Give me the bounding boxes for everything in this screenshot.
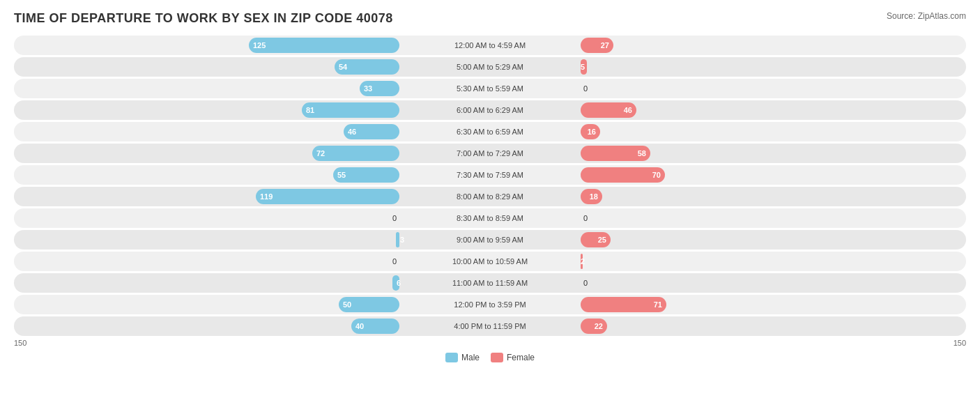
row-label: 4:00 PM to 11:59 PM — [454, 322, 526, 330]
chart-row: 5:00 AM to 5:29 AM545 — [14, 57, 966, 77]
legend-male: Male — [445, 353, 480, 362]
row-label: 9:00 AM to 9:59 AM — [457, 236, 523, 244]
chart-row: 7:00 AM to 7:29 AM7258 — [14, 144, 966, 163]
chart-row: 7:30 AM to 7:59 AM5570 — [14, 165, 966, 185]
female-value: 22 — [595, 322, 607, 330]
row-label: 8:30 AM to 8:59 AM — [457, 214, 523, 222]
row-label: 11:00 AM to 11:59 AM — [452, 279, 528, 287]
female-swatch — [491, 353, 503, 362]
male-value: 119 — [256, 192, 273, 201]
chart-row: 5:30 AM to 5:59 AM330 — [14, 79, 966, 98]
chart-row: 6:30 AM to 6:59 AM4616 — [14, 122, 966, 141]
chart-row: 12:00 PM to 3:59 PM5071 — [14, 295, 966, 314]
chart-row: 8:00 AM to 8:29 AM11918 — [14, 187, 966, 206]
female-value: 5 — [581, 63, 589, 71]
row-label: 7:00 AM to 7:29 AM — [457, 149, 523, 158]
row-label: 8:00 AM to 8:29 AM — [457, 192, 523, 201]
chart-row: 9:00 AM to 9:59 AM325 — [14, 230, 966, 250]
axis-row: 150 150 — [14, 339, 966, 347]
male-value: 33 — [360, 84, 372, 93]
chart-source: Source: ZipAtlas.com — [887, 11, 966, 21]
chart-row: 6:00 AM to 6:29 AM8146 — [14, 100, 966, 120]
chart-title: TIME OF DEPARTURE TO WORK BY SEX IN ZIP … — [14, 11, 393, 26]
male-swatch — [445, 353, 458, 362]
legend-female: Female — [491, 353, 535, 362]
chart-row: 8:30 AM to 8:59 AM00 — [14, 208, 966, 228]
female-value: 58 — [638, 149, 650, 158]
chart-row: 12:00 AM to 4:59 AM12527 — [14, 36, 966, 55]
female-value: 16 — [588, 128, 600, 136]
male-value: 72 — [312, 149, 325, 158]
row-label: 10:00 AM to 10:59 AM — [452, 257, 528, 266]
axis-right: 150 — [954, 339, 966, 347]
female-value: 46 — [624, 106, 636, 114]
axis-left: 150 — [14, 339, 26, 347]
row-label: 5:00 AM to 5:29 AM — [457, 63, 523, 71]
row-label: 12:00 PM to 3:59 PM — [454, 300, 526, 309]
chart-row: 11:00 AM to 11:59 AM60 — [14, 273, 966, 293]
female-value: 25 — [598, 236, 611, 244]
row-label: 6:00 AM to 6:29 AM — [457, 106, 523, 114]
female-label: Female — [507, 353, 535, 362]
female-value: 71 — [654, 300, 666, 309]
male-value: 125 — [249, 41, 266, 49]
male-label: Male — [461, 353, 480, 362]
male-value: 55 — [333, 171, 346, 179]
male-value: 81 — [302, 106, 314, 114]
male-value: 3 — [396, 236, 404, 244]
chart-area: 12:00 AM to 4:59 AM125275:00 AM to 5:29 … — [14, 36, 966, 336]
chart-row: 10:00 AM to 10:59 AM02 — [14, 252, 966, 271]
row-label: 7:30 AM to 7:59 AM — [457, 171, 523, 179]
female-value: 70 — [652, 171, 665, 179]
row-label: 5:30 AM to 5:59 AM — [457, 84, 523, 93]
chart-row: 4:00 PM to 11:59 PM4022 — [14, 316, 966, 336]
male-value: 46 — [344, 128, 356, 136]
legend: Male Female — [14, 353, 966, 362]
female-value: 27 — [601, 41, 613, 49]
female-value: 18 — [590, 192, 602, 201]
male-value: 40 — [351, 322, 364, 330]
row-label: 12:00 AM to 4:59 AM — [454, 41, 526, 49]
male-value: 54 — [335, 63, 347, 71]
male-value: 50 — [339, 300, 351, 309]
row-label: 6:30 AM to 6:59 AM — [457, 128, 523, 136]
male-value: 6 — [392, 279, 401, 287]
female-value: 2 — [581, 257, 589, 266]
